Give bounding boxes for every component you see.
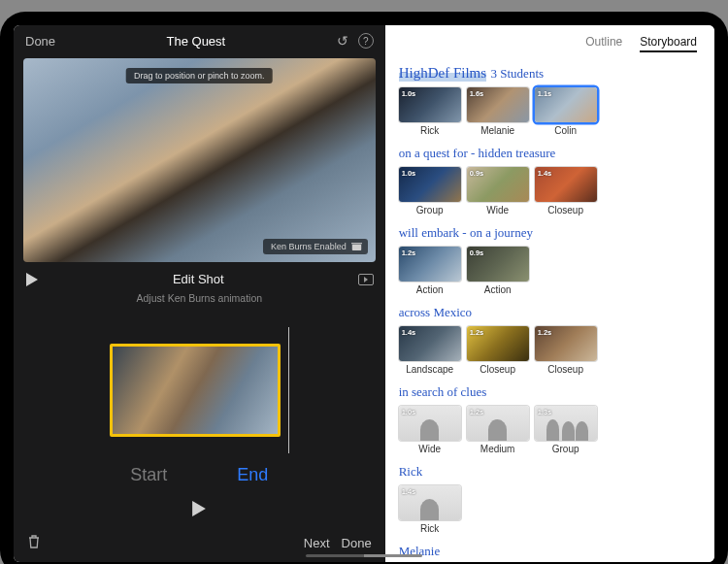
preview-viewport[interactable]: Drag to position or pinch to zoom. Ken B… (23, 58, 376, 262)
section-title: Rick (399, 464, 423, 480)
home-indicator[interactable] (306, 554, 422, 557)
clip-duration: 1.0s (402, 169, 416, 178)
clip-duration: 0.9s (470, 249, 484, 257)
clip[interactable]: 1.2sMedium (467, 406, 529, 454)
slideshow-icon (351, 243, 362, 251)
clip-thumbnail[interactable]: 1.0s (399, 406, 461, 441)
clip-thumbnail[interactable]: 1.2s (535, 326, 597, 361)
clip-duration: 1.2s (538, 328, 552, 337)
tab-outline[interactable]: Outline (585, 35, 622, 52)
clip-row: 1.0sWide1.2sMedium1.3sGroup (399, 406, 701, 454)
edit-shot-title: Edit Shot (39, 272, 358, 286)
clip-row: 1.0sRick1.6sMelanie1.1sColin (399, 87, 701, 136)
clip[interactable]: 1.3sGroup (535, 406, 597, 454)
clip-thumbnail[interactable]: 1.3s (535, 406, 597, 441)
section-title: will embark - on a journey (399, 225, 533, 241)
kb-end-tab[interactable]: End (237, 465, 268, 485)
project-title: The Quest (55, 34, 337, 49)
clip-duration: 1.4s (538, 169, 552, 178)
kb-start-tab[interactable]: Start (130, 465, 167, 485)
clip-label: Closeup (547, 364, 583, 375)
clip-duration: 1.0s (402, 89, 416, 98)
clip[interactable]: 1.2sCloseup (467, 326, 529, 375)
clip-thumbnail[interactable]: 0.9s (467, 247, 529, 282)
clip-label: Action (484, 284, 512, 295)
edit-shot-subtitle: Adjust Ken Burns animation (14, 292, 385, 317)
clip-thumbnail[interactable]: 1.2s (467, 326, 529, 361)
clip-duration: 1.6s (470, 89, 484, 98)
svg-rect-0 (351, 244, 360, 249)
panel-tabs: Outline Storyboard (385, 25, 714, 58)
clip-thumbnail[interactable]: 1.2s (399, 247, 461, 282)
undo-icon[interactable]: ↺ (337, 33, 348, 49)
clip[interactable]: 1.2sAction (399, 247, 461, 295)
editor-header: Done The Quest ↺ ? (14, 25, 385, 52)
preview-mode-icon[interactable] (358, 274, 374, 285)
screen: Done The Quest ↺ ? Drag to position or p… (14, 25, 714, 562)
clip-label: Wide (486, 205, 509, 216)
clip[interactable]: 1.4sRick (399, 485, 461, 534)
clip[interactable]: 0.9sWide (467, 167, 529, 216)
clip-label: Melanie (480, 125, 514, 136)
clip-label: Colin (554, 125, 577, 136)
clip-thumbnail[interactable]: 1.4s (399, 485, 461, 520)
clip-duration: 1.4s (402, 328, 416, 337)
clip[interactable]: 1.0sGroup (399, 167, 461, 216)
clip-label: Group (416, 205, 444, 216)
clip[interactable]: 0.9sAction (467, 247, 529, 295)
clip-row: 1.0sGroup0.9sWide1.4sCloseup (399, 167, 701, 216)
clip[interactable]: 1.1sColin (535, 87, 597, 136)
clip-label: Closeup (480, 364, 515, 375)
clip-thumbnail[interactable]: 1.1s (535, 87, 597, 122)
clip-thumbnail[interactable]: 1.6s (467, 87, 529, 122)
play-icon[interactable] (25, 273, 39, 286)
done-edit-button[interactable]: Done (342, 536, 372, 550)
clip-label: Closeup (547, 205, 583, 216)
editor-panel: Done The Quest ↺ ? Drag to position or p… (14, 25, 385, 562)
ken-burns-editor: Start End (14, 317, 385, 528)
timeline-marker (288, 327, 289, 453)
clip-thumbnail[interactable]: 1.4s (535, 167, 597, 202)
clip-label: Wide (418, 444, 441, 454)
shot-toolbar: Edit Shot (14, 262, 385, 292)
clip-row: 1.4sLandscape1.2sCloseup1.2sCloseup (399, 326, 701, 375)
clip-label: Rick (420, 523, 439, 534)
clip-thumbnail[interactable]: 1.2s (467, 406, 529, 441)
clip[interactable]: 1.0sRick (399, 87, 461, 136)
clip-duration: 1.2s (402, 249, 416, 257)
ipad-frame: Done The Quest ↺ ? Drag to position or p… (0, 12, 728, 564)
clip-row: 1.2sAction0.9sAction (399, 247, 701, 295)
clip-thumbnail[interactable]: 1.4s (399, 326, 461, 361)
section-title: in search of clues (399, 384, 487, 400)
clip[interactable]: 1.0sWide (399, 406, 461, 454)
section-scroll[interactable]: HighDef Films 3 Students1.0sRick1.6sMela… (385, 58, 714, 562)
gesture-tip: Drag to position or pinch to zoom. (126, 68, 273, 83)
clip-thumbnail[interactable]: 0.9s (467, 167, 529, 202)
clip-duration: 0.9s (470, 169, 484, 178)
next-button[interactable]: Next (304, 536, 330, 550)
storyboard-panel: Outline Storyboard HighDef Films 3 Stude… (385, 25, 714, 562)
svg-marker-2 (26, 273, 38, 286)
section-title: across Mexico (399, 305, 472, 320)
clip[interactable]: 1.2sCloseup (535, 326, 597, 375)
clip[interactable]: 1.4sCloseup (535, 167, 597, 216)
clip-label: Rick (420, 125, 439, 136)
clip-label: Medium (480, 444, 515, 454)
help-icon[interactable]: ? (358, 33, 374, 49)
clip-label: Landscape (406, 364, 453, 375)
tab-storyboard[interactable]: Storyboard (640, 35, 697, 52)
clip-label: Action (416, 284, 444, 295)
clip-row: 1.4sRick (399, 485, 701, 534)
ken-burns-badge[interactable]: Ken Burns Enabled (263, 239, 368, 254)
clip-thumbnail[interactable]: 1.0s (399, 87, 461, 122)
play-animation-icon[interactable] (192, 501, 206, 516)
clip-thumbnail[interactable]: 1.0s (399, 167, 461, 202)
clip[interactable]: 1.6sMelanie (467, 87, 529, 136)
section-title: on a quest for - hidden treasure (399, 146, 556, 161)
film-title: HighDef Films (399, 65, 486, 82)
ken-burns-end-frame[interactable] (110, 344, 281, 437)
clip[interactable]: 1.4sLandscape (399, 326, 461, 375)
trash-icon[interactable] (27, 534, 41, 552)
clip-duration: 1.1s (538, 89, 552, 98)
done-button[interactable]: Done (25, 34, 55, 49)
